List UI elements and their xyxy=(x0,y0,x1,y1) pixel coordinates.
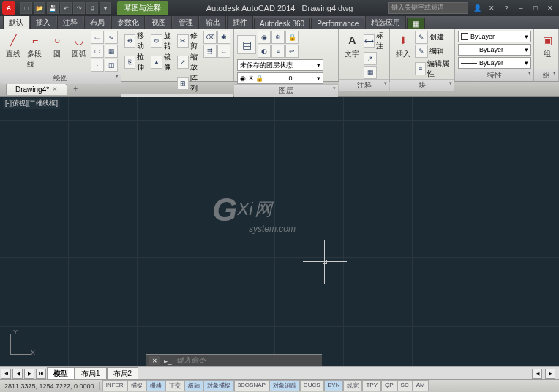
table-icon[interactable]: ▦ xyxy=(364,66,377,79)
tab-autodesk360[interactable]: Autodesk 360 xyxy=(254,18,310,29)
qat-dropdown-icon[interactable]: ▾ xyxy=(100,2,111,14)
circle-button[interactable]: ○圆 xyxy=(47,31,67,61)
layer-prev-icon[interactable]: ↩ xyxy=(285,45,299,58)
ellipse-icon[interactable]: ⬭ xyxy=(91,45,104,58)
qat-print-icon[interactable]: ⎙ xyxy=(86,2,98,14)
viewport-label[interactable]: [-][俯视][二维线框] xyxy=(3,98,60,109)
panel-block-title[interactable]: 块 xyxy=(390,79,454,91)
status-tpy[interactable]: TPY xyxy=(362,380,381,391)
layer-state-dropdown[interactable]: 未保存的图层状态▾ xyxy=(237,59,323,71)
status-am[interactable]: AM xyxy=(413,380,429,391)
status-snap[interactable]: 捕捉 xyxy=(127,380,146,391)
file-tab-close-icon[interactable]: ✕ xyxy=(52,86,58,93)
close-icon[interactable]: ✕ xyxy=(544,3,556,13)
insert-block-button[interactable]: ⬇插入 xyxy=(393,31,413,61)
status-polar[interactable]: 极轴 xyxy=(184,380,203,391)
qat-open-icon[interactable]: 📂 xyxy=(34,2,45,14)
layout-tab-1[interactable]: 布局1 xyxy=(75,367,107,380)
tab-insert[interactable]: 插入 xyxy=(30,15,56,29)
block-edit-icon[interactable]: ✎ xyxy=(415,45,428,58)
status-ducs[interactable]: DUCS xyxy=(300,380,324,391)
region-icon[interactable]: ◫ xyxy=(105,59,118,72)
block-create-icon[interactable]: ✎ xyxy=(415,31,428,44)
app-menu-icon[interactable]: A xyxy=(2,1,15,15)
join-icon[interactable]: ⊂ xyxy=(217,45,230,58)
status-grid[interactable]: 栅格 xyxy=(146,380,165,391)
rotate-icon[interactable]: ↻ xyxy=(151,34,162,48)
line-button[interactable]: ╱直线 xyxy=(3,31,23,61)
panel-group-title[interactable]: 组 xyxy=(534,69,558,81)
tab-annotate[interactable]: 注释 xyxy=(57,15,83,29)
tab-output[interactable]: 输出 xyxy=(200,15,226,29)
file-tab-drawing4[interactable]: Drawing4* ✕ xyxy=(6,83,67,95)
panel-annot-title[interactable]: 注释 xyxy=(339,79,389,91)
tab-featured[interactable]: 精选应用 xyxy=(365,15,406,29)
leader-icon[interactable]: ↗ xyxy=(364,52,377,65)
layer-props-icon[interactable]: ▤ xyxy=(237,35,256,54)
status-dyn[interactable]: DYN xyxy=(324,380,344,391)
panel-layers-title[interactable]: 图层 xyxy=(234,84,338,97)
layout-tab-2[interactable]: 布局2 xyxy=(107,367,139,380)
status-sc[interactable]: SC xyxy=(397,380,413,391)
status-infer[interactable]: INFER xyxy=(102,380,127,391)
status-ortho[interactable]: 正交 xyxy=(165,380,184,391)
status-otrack[interactable]: 对象追踪 xyxy=(269,380,300,391)
status-3dosnap[interactable]: 3DOSNAP xyxy=(234,380,269,391)
qat-new-icon[interactable]: □ xyxy=(20,2,32,14)
cmd-close-icon[interactable]: ✕ xyxy=(149,356,160,365)
tab-view[interactable]: 视图 xyxy=(146,15,172,29)
array-icon[interactable]: ⊞ xyxy=(177,77,188,90)
command-input[interactable]: 键入命令 xyxy=(176,355,293,366)
status-lwt[interactable]: 线宽 xyxy=(343,380,362,391)
text-button[interactable]: A文字 xyxy=(342,31,362,61)
layout-nav-first-icon[interactable]: ⏮ xyxy=(1,369,11,379)
layout-nav-prev-icon[interactable]: ◀ xyxy=(12,369,23,379)
block-attr-icon[interactable]: ≡ xyxy=(415,62,426,75)
panel-props-title[interactable]: 特性 xyxy=(455,69,533,81)
copy-icon[interactable]: ⎘ xyxy=(124,56,135,69)
layer-off-icon[interactable]: ◉ xyxy=(258,31,271,44)
tab-layout[interactable]: 布局 xyxy=(84,15,110,29)
layout-nav-last-icon[interactable]: ⏭ xyxy=(36,369,46,379)
help-icon[interactable]: ? xyxy=(500,3,512,13)
layout-tab-model[interactable]: 模型 xyxy=(47,367,75,380)
drawn-rectangle[interactable] xyxy=(206,192,309,260)
status-osnap[interactable]: 对象捕捉 xyxy=(203,380,234,391)
qat-undo-icon[interactable]: ↶ xyxy=(60,2,72,14)
color-dropdown[interactable]: ByLayer▾ xyxy=(458,31,531,42)
rect-icon[interactable]: ▭ xyxy=(91,31,104,44)
trim-icon[interactable]: ✂ xyxy=(177,34,188,48)
layer-iso-icon[interactable]: ◐ xyxy=(258,45,271,58)
tab-parametric[interactable]: 参数化 xyxy=(111,15,145,29)
signin-icon[interactable]: 👤 xyxy=(471,3,483,13)
tab-apps-icon[interactable]: ▦ xyxy=(407,18,425,29)
polyline-button[interactable]: ⌐多段线 xyxy=(25,31,45,71)
layer-freeze-icon[interactable]: ❄ xyxy=(271,31,285,44)
hscroll-right-icon[interactable]: ▶ xyxy=(545,369,555,379)
tab-plugins[interactable]: 插件 xyxy=(227,15,253,29)
dim-linear-icon[interactable]: ⟷ xyxy=(364,34,375,48)
layout-nav-next-icon[interactable]: ▶ xyxy=(24,369,34,379)
tab-performance[interactable]: Performance xyxy=(311,18,364,29)
hscroll-left-icon[interactable]: ◀ xyxy=(532,369,542,379)
minimize-icon[interactable]: – xyxy=(515,3,527,13)
command-line[interactable]: ✕ ▸_ 键入命令 xyxy=(146,354,322,366)
help-search-input[interactable]: 键入关键字或短语 xyxy=(388,2,468,14)
lineweight-dropdown[interactable]: ByLayer▾ xyxy=(458,44,531,56)
group-button[interactable]: ▣组 xyxy=(537,31,558,61)
tab-default[interactable]: 默认 xyxy=(3,15,29,29)
explode-icon[interactable]: ✱ xyxy=(217,31,230,44)
point-icon[interactable]: · xyxy=(91,59,104,72)
offset-icon[interactable]: ⇶ xyxy=(203,45,217,58)
status-qp[interactable]: QP xyxy=(381,380,397,391)
arc-button[interactable]: ◡圆弧 xyxy=(69,31,89,61)
spline-icon[interactable]: ∿ xyxy=(105,31,118,44)
drawing-canvas[interactable]: [-][俯视][二维线框] GXi 网 system.com YX ✕ ▸_ 键… xyxy=(0,97,559,366)
coordinate-readout[interactable]: 2811.3375, 1254.7222, 0.0000 xyxy=(0,382,100,390)
qat-save-icon[interactable]: 💾 xyxy=(47,2,59,14)
panel-draw-title[interactable]: 绘图 xyxy=(0,72,121,84)
layer-dropdown[interactable]: ◉ ☀ 🔒0▾ xyxy=(237,72,323,84)
file-tab-add-icon[interactable]: + xyxy=(69,84,82,94)
exchange-icon[interactable]: ✕ xyxy=(486,3,498,13)
erase-icon[interactable]: ⌫ xyxy=(203,31,217,44)
